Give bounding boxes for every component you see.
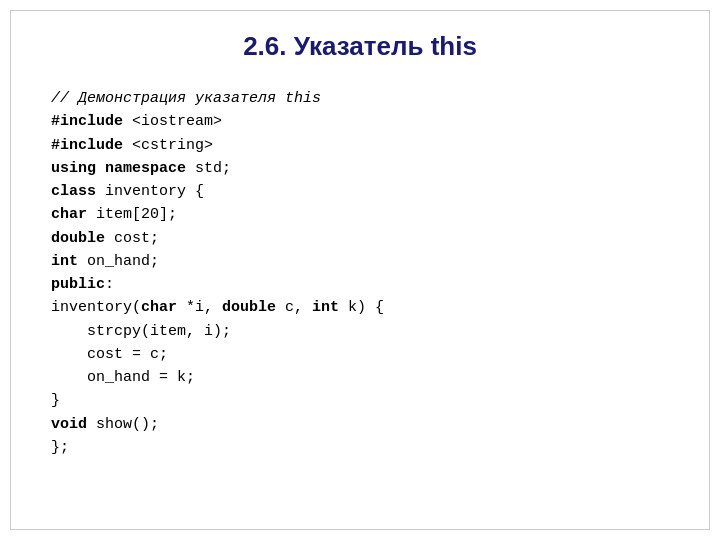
code-block: // Демонстрация указателя this #include … [41, 82, 679, 464]
code-line-9: public: [51, 273, 669, 296]
code-line-2: #include <iostream> [51, 110, 669, 133]
keyword-include-2: #include [51, 137, 123, 154]
code-line-10: inventory(char *i, double c, int k) { [51, 296, 669, 319]
code-line-5: class inventory { [51, 180, 669, 203]
code-line-4: using namespace std; [51, 157, 669, 180]
keyword-char-2: char [141, 299, 177, 316]
code-line-15: void show(); [51, 413, 669, 436]
code-line-14: } [51, 389, 669, 412]
keyword-double-1: double [51, 230, 105, 247]
keyword-class: class [51, 183, 96, 200]
code-line-13: on_hand = k; [51, 366, 669, 389]
keyword-void: void [51, 416, 87, 433]
slide: 2.6. Указатель this // Демонстрация указ… [10, 10, 710, 530]
code-line-12: cost = c; [51, 343, 669, 366]
code-line-3: #include <cstring> [51, 134, 669, 157]
code-line-16: }; [51, 436, 669, 459]
keyword-double-2: double [222, 299, 276, 316]
comment-1: // Демонстрация указателя this [51, 90, 321, 107]
code-line-6: char item[20]; [51, 203, 669, 226]
keyword-include-1: #include [51, 113, 123, 130]
code-line-1: // Демонстрация указателя this [51, 87, 669, 110]
code-line-11: strcpy(item, i); [51, 320, 669, 343]
keyword-using: using namespace [51, 160, 186, 177]
slide-title: 2.6. Указатель this [41, 31, 679, 62]
keyword-public: public [51, 276, 105, 293]
keyword-int-1: int [51, 253, 78, 270]
keyword-char-1: char [51, 206, 87, 223]
code-line-8: int on_hand; [51, 250, 669, 273]
code-line-7: double cost; [51, 227, 669, 250]
keyword-int-2: int [312, 299, 339, 316]
